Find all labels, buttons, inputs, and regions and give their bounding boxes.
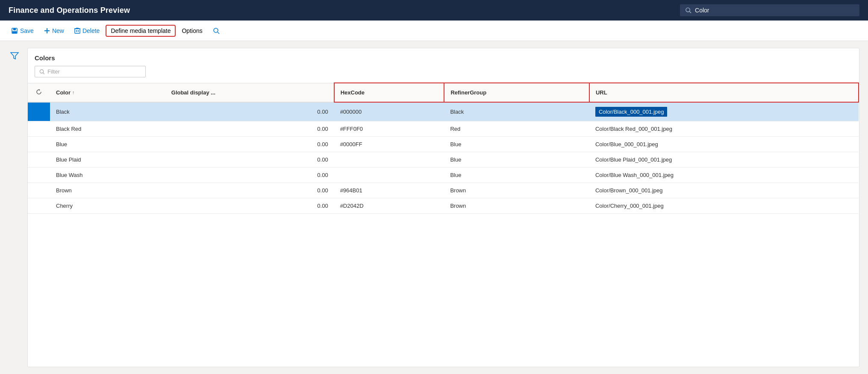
table-row[interactable]: Black0.00#000000BlackColor/Black_000_001…: [28, 102, 859, 121]
cell-refiner-group: Brown: [444, 183, 589, 198]
filter-toggle-button[interactable]: [9, 50, 21, 63]
th-color-label: Color: [56, 89, 71, 96]
global-search-box[interactable]: [680, 4, 859, 16]
cell-refiner-group: Black: [444, 102, 589, 121]
th-global-display[interactable]: Global display ...: [165, 83, 334, 102]
svg-rect-4: [12, 31, 17, 33]
table-row[interactable]: Brown0.00#964B01BrownColor/Brown_000_001…: [28, 183, 859, 198]
colors-table: Color ↑ Global display ... HexCode: [28, 82, 859, 214]
th-hexcode[interactable]: HexCode: [334, 83, 444, 102]
cell-color: Blue Plaid: [50, 152, 165, 167]
cell-color: Cherry: [50, 198, 165, 213]
table-row[interactable]: Blue Wash0.00BlueColor/Blue Wash_000_001…: [28, 167, 859, 183]
cell-global-display: 0.00: [165, 167, 334, 183]
row-indicator: [28, 198, 50, 213]
define-media-template-button[interactable]: Define media template: [106, 25, 176, 37]
app-title: Finance and Operations Preview: [9, 6, 130, 15]
svg-rect-3: [13, 28, 16, 30]
cell-global-display: 0.00: [165, 183, 334, 198]
table-row[interactable]: Cherry0.00#D2042DBrownColor/Cherry_000_0…: [28, 198, 859, 213]
delete-button[interactable]: Delete: [70, 25, 104, 37]
options-button[interactable]: Options: [177, 25, 206, 37]
th-global-display-label: Global display ...: [171, 89, 215, 96]
top-bar: Finance and Operations Preview: [0, 0, 868, 21]
svg-rect-11: [76, 28, 79, 29]
th-url[interactable]: URL: [589, 83, 859, 102]
filter-input-wrap[interactable]: [35, 66, 146, 77]
row-indicator: [28, 183, 50, 198]
cell-color: Blue: [50, 136, 165, 152]
cell-hexcode: #0000FF: [334, 136, 444, 152]
th-reset: [28, 83, 50, 102]
new-icon: [44, 28, 50, 34]
toolbar-search-icon: [213, 27, 220, 34]
svg-rect-7: [75, 29, 80, 33]
cell-url: Color/Cherry_000_001.jpeg: [589, 198, 859, 213]
table-row[interactable]: Blue Plaid0.00BlueColor/Blue Plaid_000_0…: [28, 152, 859, 167]
cell-hexcode: #000000: [334, 102, 444, 121]
cell-hexcode: #D2042D: [334, 198, 444, 213]
row-indicator: [28, 136, 50, 152]
cell-color: Blue Wash: [50, 167, 165, 183]
cell-global-display: 0.00: [165, 198, 334, 213]
table-row[interactable]: Blue0.00#0000FFBlueColor/Blue_000_001.jp…: [28, 136, 859, 152]
svg-marker-17: [39, 89, 40, 91]
cell-global-display: 0.00: [165, 121, 334, 136]
filter-icon: [10, 51, 19, 60]
delete-label: Delete: [82, 27, 100, 34]
toolbar-search-button[interactable]: [209, 25, 224, 37]
new-button[interactable]: New: [40, 25, 68, 37]
save-icon: [11, 27, 18, 34]
filter-icon-col: [9, 48, 21, 367]
global-search-input[interactable]: [695, 7, 854, 14]
url-selected-badge: Color/Black_000_001.jpeg: [595, 107, 668, 117]
cell-color: Black: [50, 102, 165, 121]
table-row[interactable]: Black Red0.00#FFF0F0RedColor/Black Red_0…: [28, 121, 859, 136]
cell-refiner-group: Blue: [444, 136, 589, 152]
cell-refiner-group: Red: [444, 121, 589, 136]
cell-hexcode: #FFF0F0: [334, 121, 444, 136]
row-indicator: [28, 152, 50, 167]
cell-url: Color/Blue Wash_000_001.jpeg: [589, 167, 859, 183]
row-indicator: [28, 121, 50, 136]
th-refiner-group[interactable]: RefinerGroup: [444, 83, 589, 102]
sort-up-icon: ↑: [72, 90, 75, 95]
cell-url: Color/Brown_000_001.jpeg: [589, 183, 859, 198]
row-indicator: [28, 167, 50, 183]
search-icon: [685, 7, 691, 14]
cell-hexcode: [334, 167, 444, 183]
section-title: Colors: [28, 48, 859, 66]
define-media-template-label: Define media template: [111, 27, 171, 34]
filter-input[interactable]: [47, 68, 141, 75]
cell-url: Color/Blue_000_001.jpeg: [589, 136, 859, 152]
table-header-row: Color ↑ Global display ... HexCode: [28, 83, 859, 102]
content-area: Colors: [0, 41, 868, 374]
svg-point-0: [686, 8, 690, 12]
new-label: New: [52, 27, 64, 34]
main-panel: Colors: [27, 48, 859, 367]
th-color[interactable]: Color ↑: [50, 83, 165, 102]
svg-point-12: [214, 28, 218, 32]
cell-global-display: 0.00: [165, 102, 334, 121]
cell-hexcode: [334, 152, 444, 167]
cell-global-display: 0.00: [165, 136, 334, 152]
filter-search-icon: [39, 69, 45, 75]
cell-refiner-group: Blue: [444, 167, 589, 183]
reset-sort-button[interactable]: [34, 88, 44, 97]
th-refiner-group-label: RefinerGroup: [450, 89, 486, 96]
svg-point-15: [40, 69, 43, 73]
svg-line-16: [43, 73, 44, 74]
refresh-icon: [35, 88, 42, 95]
row-indicator: [28, 102, 50, 121]
options-label: Options: [182, 27, 202, 34]
cell-color: Black Red: [50, 121, 165, 136]
filter-bar: [28, 66, 859, 82]
cell-global-display: 0.00: [165, 152, 334, 167]
save-button[interactable]: Save: [7, 25, 38, 37]
th-url-label: URL: [596, 89, 607, 96]
cell-url: Color/Black Red_000_001.jpeg: [589, 121, 859, 136]
toolbar: Save New Delete Define media template Op…: [0, 21, 868, 41]
svg-line-1: [689, 12, 691, 13]
svg-line-13: [218, 32, 219, 34]
svg-marker-14: [11, 53, 18, 59]
